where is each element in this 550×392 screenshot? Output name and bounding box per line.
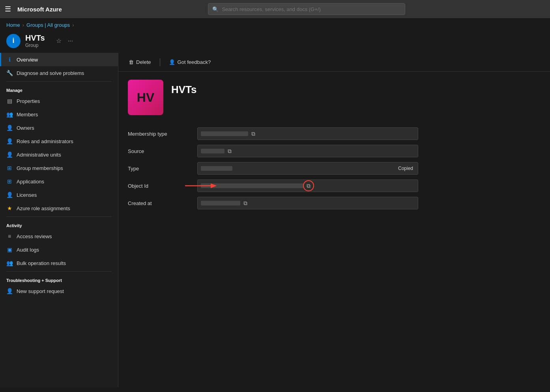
sidebar-label-applications: Applications: [17, 179, 44, 185]
feedback-icon: 👤: [169, 59, 175, 65]
sidebar-label-roles: Roles and administrators: [17, 138, 73, 144]
breadcrumb-sep1: ›: [22, 22, 24, 28]
sidebar-item-diagnose[interactable]: 🔧 Diagnose and solve problems: [0, 66, 118, 80]
source-label: Source: [128, 148, 191, 154]
red-arrow-svg: [185, 181, 217, 190]
breadcrumb-groups[interactable]: Groups | All groups: [26, 22, 70, 28]
access-reviews-icon: ≡: [6, 233, 13, 239]
resource-icon: i: [6, 34, 21, 48]
sidebar-item-properties[interactable]: ▤ Properties: [0, 94, 118, 108]
group-memberships-icon: ⊞: [6, 165, 13, 171]
search-icon: 🔍: [212, 6, 219, 12]
resource-title: HVTs: [25, 34, 45, 43]
sidebar-item-applications[interactable]: ⊞ Applications: [0, 175, 118, 188]
resource-header: i HVTs Group ☆ ···: [0, 32, 550, 53]
prop-row-source: Source ⧉: [128, 143, 541, 159]
delete-icon: 🗑: [129, 59, 134, 65]
breadcrumb-home[interactable]: Home: [6, 22, 20, 28]
svg-marker-1: [211, 183, 217, 188]
sidebar-item-roles[interactable]: 👤 Roles and administrators: [0, 134, 118, 148]
source-value-box: ⧉: [197, 145, 418, 157]
bulk-ops-icon: 👥: [6, 260, 13, 266]
type-value-box: Copied: [197, 162, 418, 175]
sidebar-label-admin-units: Administrative units: [17, 152, 61, 158]
resource-title-block: HVTs Group: [25, 34, 45, 48]
prop-row-type: Type Copied: [128, 160, 541, 177]
sidebar-label-group-memberships: Group memberships: [17, 165, 63, 171]
object-id-label: Object Id: [128, 183, 191, 189]
sidebar-item-group-memberships[interactable]: ⊞ Group memberships: [0, 161, 118, 175]
group-avatar: HV: [128, 80, 163, 115]
app-logo: Microsoft Azure: [17, 6, 62, 13]
applications-icon: ⊞: [6, 178, 13, 185]
membership-type-copy-button[interactable]: ⧉: [250, 130, 257, 138]
sidebar-activity-label: Activity: [0, 218, 118, 230]
feedback-label: Got feedback?: [178, 59, 211, 65]
sidebar-item-access-reviews[interactable]: ≡ Access reviews: [0, 230, 118, 243]
source-value: [201, 149, 224, 153]
source-copy-button[interactable]: ⧉: [226, 147, 233, 155]
sidebar-label-access-reviews: Access reviews: [17, 233, 52, 239]
sidebar-item-owners[interactable]: 👤 Owners: [0, 121, 118, 134]
sidebar-divider-1: [6, 81, 112, 82]
created-at-copy-button[interactable]: ⧉: [242, 199, 249, 207]
sidebar-manage-label: Manage: [0, 83, 118, 94]
created-at-value: [201, 201, 240, 205]
azure-roles-icon: ★: [6, 205, 13, 211]
sidebar-item-audit-logs[interactable]: ▣ Audit logs: [0, 243, 118, 256]
prop-row-created-at: Created at ⧉: [128, 195, 541, 211]
sidebar-label-audit-logs: Audit logs: [17, 247, 39, 253]
object-id-value-box: ⧉: [197, 179, 418, 192]
sidebar-label-new-support: New support request: [17, 288, 64, 294]
wrench-icon: 🔧: [6, 70, 13, 76]
sidebar-support-label: Troubleshooting + Support: [0, 273, 118, 284]
search-input[interactable]: [222, 6, 401, 12]
licenses-icon: 👤: [6, 192, 13, 198]
sidebar: « ℹ Overview 🔧 Diagnose and solve proble…: [0, 53, 118, 387]
feedback-button[interactable]: 👤 Got feedback?: [166, 58, 213, 67]
sidebar-label-owners: Owners: [17, 125, 34, 131]
prop-row-object-id: Object Id ⧉: [128, 177, 541, 194]
info-icon: i: [12, 37, 14, 45]
object-id-copy-button[interactable]: ⧉: [305, 182, 312, 190]
topbar: ☰ Microsoft Azure 🔍: [0, 0, 550, 18]
red-circle: [303, 180, 314, 191]
members-icon: 👥: [6, 111, 13, 118]
sidebar-item-members[interactable]: 👥 Members: [0, 108, 118, 121]
search-bar[interactable]: 🔍: [208, 3, 405, 15]
sidebar-label-members: Members: [17, 112, 38, 118]
more-button[interactable]: ···: [66, 36, 75, 46]
delete-label: Delete: [136, 59, 151, 65]
menu-icon[interactable]: ☰: [5, 5, 11, 13]
sidebar-item-overview[interactable]: ℹ Overview: [0, 53, 118, 66]
sidebar-label-overview: Overview: [17, 57, 38, 63]
pin-button[interactable]: ☆: [54, 35, 63, 46]
membership-type-label: Membership type: [128, 131, 191, 137]
sidebar-item-bulk-ops[interactable]: 👥 Bulk operation results: [0, 256, 118, 270]
admin-units-icon: 👤: [6, 151, 13, 158]
breadcrumb-sep2: ›: [72, 22, 74, 28]
copied-badge: Copied: [395, 165, 416, 172]
main-layout: « ℹ Overview 🔧 Diagnose and solve proble…: [0, 53, 550, 387]
properties-icon: ▤: [6, 98, 13, 104]
created-at-label: Created at: [128, 200, 191, 206]
properties-table: Membership type ⧉ Source ⧉ Type: [118, 119, 550, 218]
sidebar-divider-2: [6, 217, 112, 217]
sidebar-item-azure-roles[interactable]: ★ Azure role assignments: [0, 202, 118, 215]
sidebar-label-diagnose: Diagnose and solve problems: [17, 70, 84, 76]
delete-button[interactable]: 🗑 Delete: [126, 58, 153, 67]
membership-type-value: [201, 131, 248, 136]
toolbar-separator: [160, 58, 160, 66]
type-value: [201, 166, 232, 171]
arrow-annotation: [185, 181, 217, 190]
roles-icon: 👤: [6, 138, 13, 144]
sidebar-label-azure-roles: Azure role assignments: [17, 205, 70, 211]
info-icon: ℹ: [6, 56, 13, 63]
resource-actions: ☆ ···: [54, 35, 75, 46]
sidebar-item-admin-units[interactable]: 👤 Administrative units: [0, 148, 118, 161]
sidebar-item-new-support[interactable]: 👤 New support request: [0, 284, 118, 298]
sidebar-item-licenses[interactable]: 👤 Licenses: [0, 188, 118, 202]
support-icon: 👤: [6, 288, 13, 294]
type-label: Type: [128, 166, 191, 172]
prop-row-membership-type: Membership type ⧉: [128, 125, 541, 142]
